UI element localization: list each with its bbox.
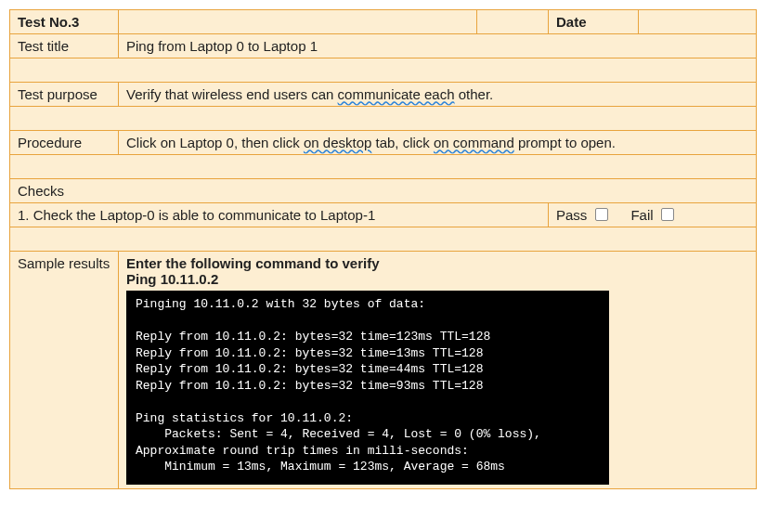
proc-p1: Click on Laptop 0, then click [126,135,304,150]
spacer-2 [10,107,757,131]
proc-p2: tab, click [371,135,434,150]
spacer-3 [10,155,757,179]
header-blank-1 [119,10,477,34]
spacer-1 [10,58,757,83]
pass-checkbox[interactable] [595,208,608,221]
sample-instr-1: Enter the following command to verify [126,255,748,271]
procedure-label: Procedure [10,131,119,155]
proc-s2: on command [434,135,514,150]
sample-instr-2: Ping 10.11.0.2 [126,271,748,287]
sample-label: Sample results [10,252,119,489]
fail-label: Fail [630,207,653,223]
proc-s1: on desktop [304,135,371,150]
test-case-table: Test No.3 Date Test title Ping from Lapt… [9,9,757,489]
date-label-cell: Date [549,10,639,34]
terminal-output: Pinging 10.11.0.2 with 32 bytes of data:… [126,291,609,485]
proc-p3: prompt to open. [514,135,616,150]
spacer-4 [10,227,757,252]
purpose-label: Test purpose [10,83,119,107]
check-item-1: 1. Check the Laptop-0 is able to communi… [10,203,549,227]
purpose-text-before: Verify that wireless end users can [126,86,338,102]
checks-heading: Checks [10,179,757,203]
pass-label: Pass [556,207,587,223]
purpose-spelled: communicate each [338,86,455,102]
purpose-text-after: other. [455,86,494,102]
header-blank-2 [477,10,549,34]
sample-value: Enter the following command to verify Pi… [119,252,757,489]
title-label: Test title [10,34,119,58]
procedure-value: Click on Laptop 0, then click on desktop… [119,131,757,155]
date-value-cell [639,10,757,34]
check-result-cell: Pass Fail [549,203,757,227]
fail-checkbox[interactable] [661,208,674,221]
title-value: Ping from Laptop 0 to Laptop 1 [119,34,757,58]
purpose-value: Verify that wireless end users can commu… [119,83,757,107]
test-number-cell: Test No.3 [10,10,119,34]
